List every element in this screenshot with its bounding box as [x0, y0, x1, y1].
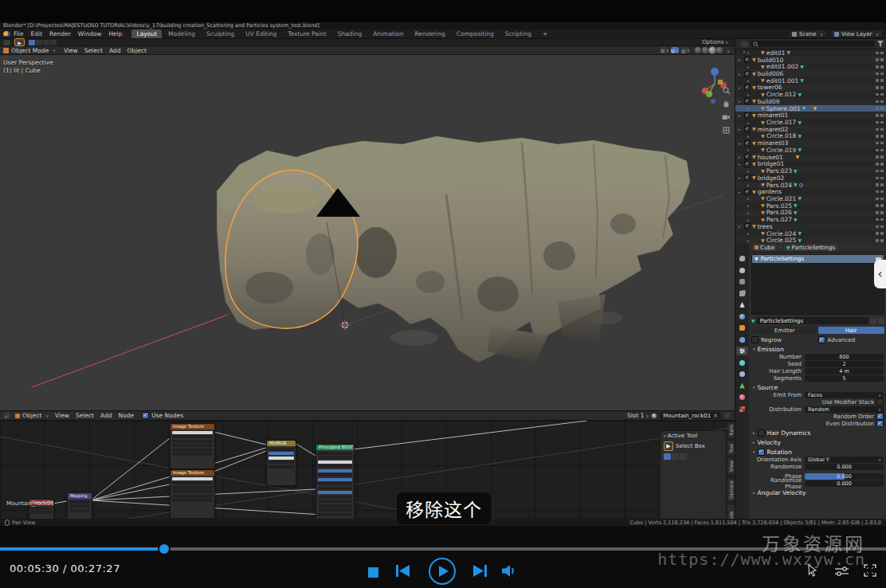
outliner-row[interactable]: ▸ ▼ Circle.012 ▼ ▼ [735, 91, 886, 98]
visibility-toggles[interactable] [876, 232, 886, 235]
collection-checkbox[interactable] [744, 223, 751, 229]
snap-magnet-icon[interactable]: U [671, 47, 679, 53]
workspace-tab[interactable]: UV Editing [241, 29, 281, 38]
new-copy-icon[interactable] [878, 318, 884, 324]
visibility-toggles[interactable] [876, 211, 886, 214]
expand-arrow-icon[interactable]: ▸ [747, 147, 751, 152]
outliner-row[interactable]: ▸ ▼ Circle.017 ▼ ▼ [735, 119, 886, 126]
emit-from-dropdown[interactable]: Faces [805, 392, 884, 398]
visibility-toggles[interactable] [876, 170, 886, 173]
visibility-toggles[interactable] [876, 155, 886, 159]
hair-dynamics-section-header[interactable]: ▸Hair Dynamics [749, 429, 886, 437]
outliner-row[interactable]: ▸ ▼ bridge02 ▼ ▼ [735, 174, 886, 182]
pan-hand-icon[interactable] [723, 100, 730, 108]
collection-checkbox[interactable] [744, 84, 751, 91]
properties-tab[interactable] [736, 266, 748, 275]
expand-arrow-icon[interactable]: ▸ [739, 155, 743, 159]
fake-user-icon[interactable] [870, 318, 876, 324]
source-section-header[interactable]: ▾Source [749, 383, 886, 391]
emission-section-header[interactable]: ▾Emission [749, 345, 886, 353]
mode-selector[interactable]: Object Mode [3, 47, 56, 54]
slot-dropdown[interactable]: Slot 1 [627, 412, 649, 419]
expand-arrow-icon[interactable]: ▸ [747, 231, 751, 236]
breadcrumb-object[interactable]: Cube [752, 245, 777, 251]
play-button[interactable] [429, 558, 456, 585]
expand-arrow-icon[interactable]: ▸ [739, 85, 743, 90]
properties-tab[interactable] [736, 312, 748, 321]
visibility-toggles[interactable] [876, 114, 886, 117]
outliner-row[interactable]: ▸ ▼ Pars.024 ▼ ▼ [735, 182, 886, 189]
camera-view-icon[interactable] [722, 114, 730, 120]
options-dropdown[interactable]: Options [702, 39, 735, 45]
workspace-tab[interactable]: Animation [368, 29, 408, 38]
visibility-toggles[interactable] [876, 107, 886, 110]
visibility-toggles[interactable] [876, 190, 886, 194]
workspace-tab[interactable]: Modeling [163, 29, 200, 38]
menu-item[interactable]: Help [108, 30, 122, 37]
menu-item[interactable]: File [14, 30, 24, 37]
viewport-menu-item[interactable]: Object [127, 47, 146, 54]
tool-mode-buttons[interactable] [29, 40, 57, 45]
visibility-toggles[interactable] [876, 128, 886, 131]
outliner-row[interactable]: ▸ ▼ Pars.023 ▼ ▼ [735, 167, 886, 174]
select-box-tool[interactable]: ▶ Select Box [661, 441, 726, 452]
node-menu-item[interactable]: Node [119, 412, 135, 419]
visibility-toggles[interactable] [876, 121, 886, 124]
viewport-menu-item[interactable]: Add [109, 47, 121, 54]
expand-arrow-icon[interactable]: ▸ [747, 120, 751, 125]
progress-knob[interactable] [159, 544, 169, 554]
randomize-phase-slider[interactable]: 0.000 [805, 480, 884, 487]
orientation-axis-dropdown[interactable]: Global Y [805, 457, 884, 463]
node-menu-item[interactable]: Add [100, 412, 112, 419]
hair-option[interactable]: Hair [818, 327, 885, 334]
next-button[interactable] [473, 565, 487, 580]
workspace-tab[interactable]: Texture Paint [283, 29, 331, 38]
image-texture-node-2[interactable]: Image Texture [170, 469, 215, 519]
expand-arrow-icon[interactable]: ▸ [747, 106, 751, 111]
viewport-canvas[interactable]: User Perspective (1) lit | Cube [0, 55, 735, 410]
expand-arrow-icon[interactable]: ▸ [747, 182, 751, 187]
visibility-toggles[interactable] [876, 93, 886, 96]
principled-bsdf-node[interactable]: Principled BSDF [316, 444, 355, 519]
visibility-toggles[interactable] [876, 142, 886, 145]
segments-field[interactable]: 5 [805, 375, 884, 382]
viewport-menu-item[interactable]: Select [84, 47, 103, 54]
angular-velocity-section-header[interactable]: ▸Angular Velocity [749, 488, 886, 496]
outliner-row[interactable]: ▸ ▼ Pars.027 ▼ ▼ [735, 216, 886, 223]
expand-arrow-icon[interactable]: ▸ [747, 65, 751, 69]
collapse-panel-button[interactable]: ‹ [874, 260, 886, 288]
visibility-toggles[interactable] [876, 65, 886, 69]
mapping-node[interactable]: Mapping [67, 492, 92, 519]
regrow-checkbox[interactable] [751, 336, 759, 343]
distribution-dropdown[interactable]: Random [805, 406, 884, 413]
expand-arrow-icon[interactable]: ▸ [739, 162, 743, 167]
expand-arrow-icon[interactable]: ▸ [739, 141, 743, 146]
rotation-checkbox[interactable] [758, 449, 765, 456]
expand-arrow-icon[interactable]: ▸ [747, 78, 751, 83]
collection-checkbox[interactable] [744, 174, 751, 181]
seed-field[interactable]: 2 [805, 361, 884, 367]
properties-tab[interactable] [736, 335, 748, 344]
shading-dropdown[interactable] [725, 47, 730, 54]
sidebar-tab[interactable]: Options [727, 478, 735, 501]
stop-button[interactable] [368, 566, 378, 581]
previous-button[interactable] [396, 565, 410, 580]
shader-type-selector[interactable]: Object [15, 412, 49, 419]
properties-tab[interactable] [736, 323, 748, 332]
particle-systems-list[interactable]: ▼ ParticleSettings [751, 254, 884, 315]
pin-icon[interactable] [724, 413, 730, 418]
visibility-toggles[interactable] [876, 58, 886, 61]
fullscreen-button[interactable] [864, 564, 876, 580]
collection-checkbox[interactable] [744, 126, 751, 132]
properties-tab[interactable] [736, 393, 748, 402]
image-texture-node[interactable]: Image Texture [170, 423, 215, 469]
expand-arrow-icon[interactable]: ▸ [747, 238, 751, 243]
expand-arrow-icon[interactable]: ▸ [747, 218, 751, 222]
workspace-tab[interactable]: Layout [131, 29, 162, 38]
editor-type-icon[interactable] [3, 413, 10, 418]
sidebar-tab[interactable]: View [727, 458, 735, 474]
settings-name-field[interactable]: ParticleSettings [757, 317, 868, 324]
workspace-tab[interactable]: Compositing [452, 29, 499, 38]
expand-arrow-icon[interactable]: ▸ [739, 127, 743, 131]
collection-checkbox[interactable] [744, 71, 751, 77]
